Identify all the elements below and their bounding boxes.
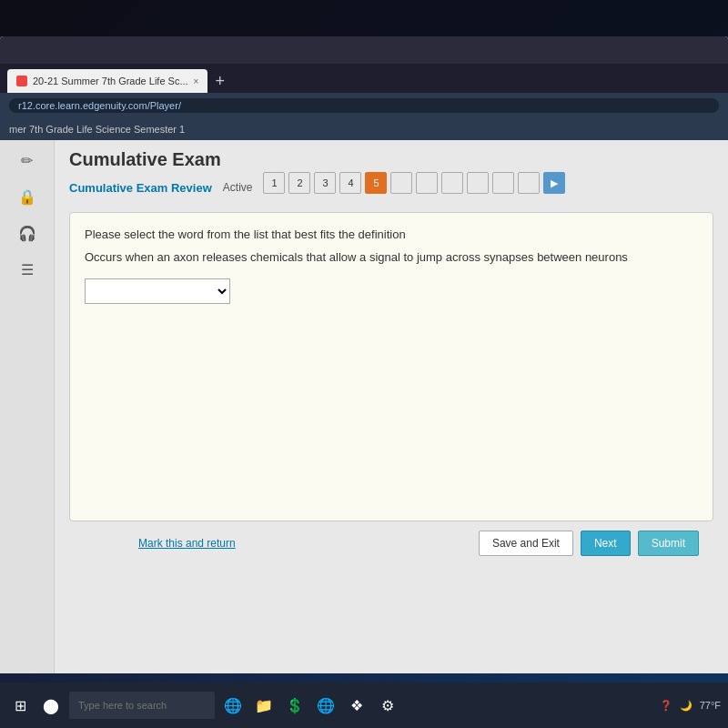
screen-top-fade xyxy=(0,0,728,36)
save-exit-button[interactable]: Save and Exit xyxy=(479,531,573,556)
exam-subtitle-row: Cumulative Exam Review Active 1 2 3 4 5 xyxy=(69,172,713,203)
course-header: mer 7th Grade Life Science Semester 1 xyxy=(0,118,728,140)
pencil-tool-icon[interactable]: ✏ xyxy=(15,147,40,173)
tab-label: 20-21 Summer 7th Grade Life Sc... xyxy=(33,76,188,86)
page-btn-7[interactable] xyxy=(416,172,438,194)
page-btn-8[interactable] xyxy=(441,172,463,194)
active-tab[interactable]: 20-21 Summer 7th Grade Life Sc... × xyxy=(7,69,207,93)
page-btn-10[interactable] xyxy=(492,172,514,194)
main-content: Cumulative Exam Cumulative Exam Review A… xyxy=(55,140,728,673)
left-sidebar: ✏ 🔒 🎧 ☰ xyxy=(0,140,55,673)
new-tab-button[interactable]: + xyxy=(207,69,232,93)
course-label: mer 7th Grade Life Science Semester 1 xyxy=(9,124,185,135)
question-instruction: Please select the word from the list tha… xyxy=(85,228,698,241)
answer-select[interactable] xyxy=(85,278,230,304)
page-btn-6[interactable] xyxy=(390,172,412,194)
taskbar-chrome-icon[interactable]: 🌐 xyxy=(313,693,339,718)
taskbar-edge-icon[interactable]: 🌐 xyxy=(220,693,246,718)
taskbar: ⊞ ⬤ 🌐 📁 💲 🌐 ❖ ⚙ ❓ 🌙 77°F xyxy=(0,682,728,728)
start-button[interactable]: ⊞ xyxy=(7,693,33,718)
browser-titlebar xyxy=(0,36,728,64)
url-display[interactable]: r12.core.learn.edgenuity.com/Player/ xyxy=(9,98,719,113)
action-bar: Mark this and return Save and Exit Next … xyxy=(69,521,713,565)
help-icon[interactable]: ❓ xyxy=(660,700,672,712)
taskbar-store-icon[interactable]: 💲 xyxy=(282,693,308,718)
taskbar-settings-icon[interactable]: ⚙ xyxy=(375,693,400,718)
submit-button[interactable]: Submit xyxy=(638,531,699,556)
page-btn-1[interactable]: 1 xyxy=(263,172,285,194)
page-btn-9[interactable] xyxy=(467,172,489,194)
question-text: Occurs when an axon releases chemicals t… xyxy=(85,250,698,264)
tab-close-button[interactable]: × xyxy=(194,76,199,86)
taskbar-dropbox-icon[interactable]: ❖ xyxy=(344,693,369,718)
question-pagination: 1 2 3 4 5 ▶ xyxy=(263,172,565,194)
page-btn-4[interactable]: 4 xyxy=(339,172,361,194)
browser-tabs: 20-21 Summer 7th Grade Life Sc... × + xyxy=(0,64,728,93)
moon-icon: 🌙 xyxy=(680,700,693,712)
page-next-nav[interactable]: ▶ xyxy=(543,172,565,194)
headphones-icon[interactable]: 🎧 xyxy=(15,220,40,246)
lock-icon[interactable]: 🔒 xyxy=(15,184,40,209)
next-button[interactable]: Next xyxy=(581,531,631,556)
content-area: ✏ 🔒 🎧 ☰ Cumulative Exam Cumulative Exam … xyxy=(0,140,728,673)
exam-status-badge: Active xyxy=(223,181,253,194)
page-btn-11[interactable] xyxy=(518,172,540,194)
exam-subtitle: Cumulative Exam Review xyxy=(69,181,212,195)
taskbar-file-icon[interactable]: 📁 xyxy=(251,693,277,718)
taskbar-search-input[interactable] xyxy=(69,692,215,719)
search-button[interactable]: ⬤ xyxy=(38,693,64,718)
page-btn-3[interactable]: 3 xyxy=(314,172,336,194)
mark-return-link[interactable]: Mark this and return xyxy=(138,537,236,550)
taskbar-status: ❓ 🌙 77°F xyxy=(660,700,721,712)
address-bar: r12.core.learn.edgenuity.com/Player/ xyxy=(0,93,728,118)
page-btn-5[interactable]: 5 xyxy=(365,172,387,194)
temperature-display: 77°F xyxy=(700,700,721,711)
exam-title: Cumulative Exam xyxy=(69,149,713,170)
question-box: Please select the word from the list tha… xyxy=(69,212,713,521)
browser-window: 20-21 Summer 7th Grade Life Sc... × + r1… xyxy=(0,36,728,673)
menu-icon[interactable]: ☰ xyxy=(15,257,40,282)
page-btn-2[interactable]: 2 xyxy=(288,172,310,194)
desktop: 20-21 Summer 7th Grade Life Sc... × + r1… xyxy=(0,0,728,728)
tab-favicon xyxy=(16,76,27,86)
